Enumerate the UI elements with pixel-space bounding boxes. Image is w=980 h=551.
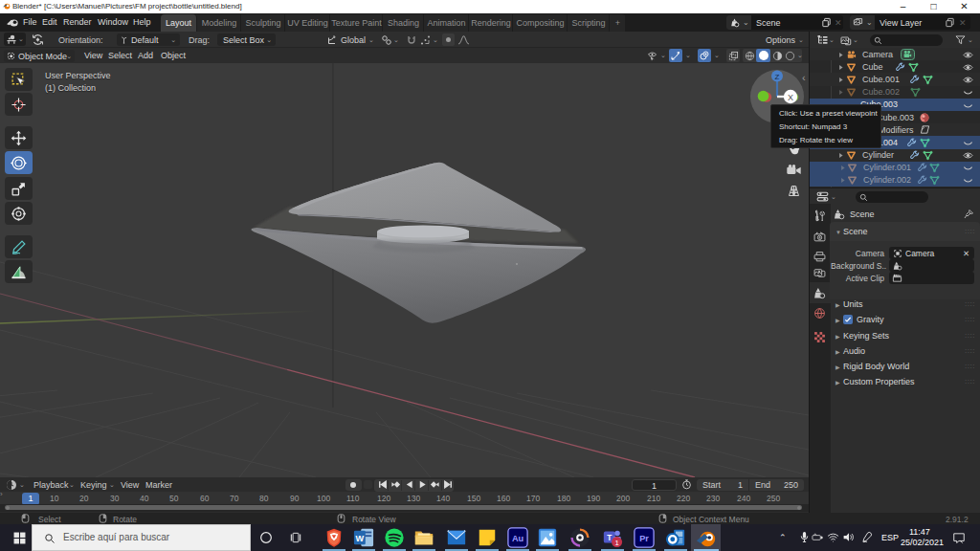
svg-text:Au: Au — [512, 534, 523, 543]
svg-text:Z: Z — [775, 73, 780, 81]
svg-text:W: W — [356, 534, 365, 543]
svg-text:T: T — [607, 534, 612, 542]
svg-text:X: X — [788, 93, 793, 102]
svg-text:1: 1 — [614, 539, 618, 547]
svg-text:Pr: Pr — [639, 534, 649, 543]
